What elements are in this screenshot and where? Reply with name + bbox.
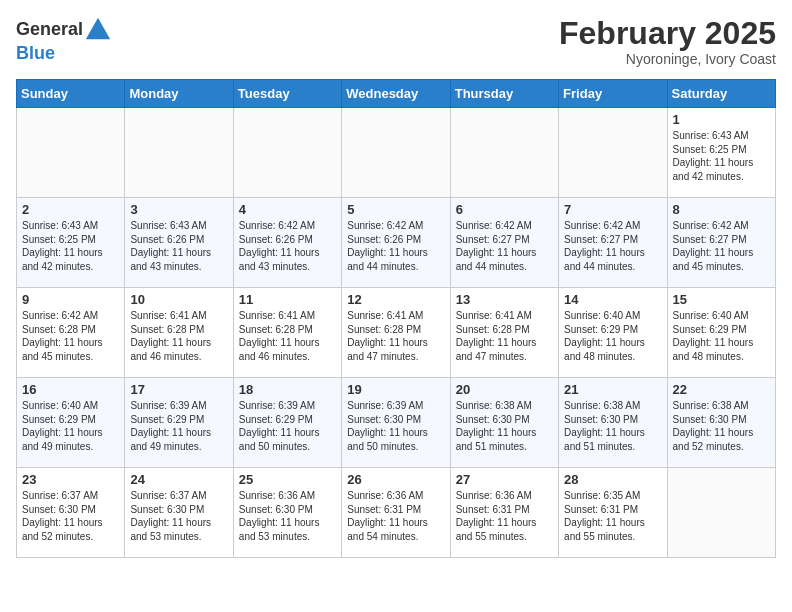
day-number: 5 <box>347 202 444 217</box>
calendar-cell: 7Sunrise: 6:42 AM Sunset: 6:27 PM Daylig… <box>559 198 667 288</box>
calendar-table: SundayMondayTuesdayWednesdayThursdayFrid… <box>16 79 776 558</box>
logo-general: General <box>16 19 83 39</box>
calendar-cell: 1Sunrise: 6:43 AM Sunset: 6:25 PM Daylig… <box>667 108 775 198</box>
calendar-cell: 12Sunrise: 6:41 AM Sunset: 6:28 PM Dayli… <box>342 288 450 378</box>
day-number: 20 <box>456 382 553 397</box>
header-day-tuesday: Tuesday <box>233 80 341 108</box>
logo-icon <box>84 16 112 44</box>
calendar-cell: 13Sunrise: 6:41 AM Sunset: 6:28 PM Dayli… <box>450 288 558 378</box>
calendar-cell: 20Sunrise: 6:38 AM Sunset: 6:30 PM Dayli… <box>450 378 558 468</box>
logo-blue: Blue <box>16 43 55 63</box>
day-info: Sunrise: 6:43 AM Sunset: 6:25 PM Dayligh… <box>22 219 119 273</box>
calendar-cell: 16Sunrise: 6:40 AM Sunset: 6:29 PM Dayli… <box>17 378 125 468</box>
day-info: Sunrise: 6:42 AM Sunset: 6:27 PM Dayligh… <box>564 219 661 273</box>
day-number: 6 <box>456 202 553 217</box>
calendar-cell: 14Sunrise: 6:40 AM Sunset: 6:29 PM Dayli… <box>559 288 667 378</box>
calendar-cell <box>342 108 450 198</box>
day-info: Sunrise: 6:41 AM Sunset: 6:28 PM Dayligh… <box>130 309 227 363</box>
day-number: 7 <box>564 202 661 217</box>
day-info: Sunrise: 6:42 AM Sunset: 6:26 PM Dayligh… <box>347 219 444 273</box>
day-number: 8 <box>673 202 770 217</box>
day-info: Sunrise: 6:39 AM Sunset: 6:29 PM Dayligh… <box>239 399 336 453</box>
day-info: Sunrise: 6:41 AM Sunset: 6:28 PM Dayligh… <box>347 309 444 363</box>
day-number: 25 <box>239 472 336 487</box>
day-number: 9 <box>22 292 119 307</box>
day-info: Sunrise: 6:40 AM Sunset: 6:29 PM Dayligh… <box>22 399 119 453</box>
calendar-week-1: 1Sunrise: 6:43 AM Sunset: 6:25 PM Daylig… <box>17 108 776 198</box>
header-day-sunday: Sunday <box>17 80 125 108</box>
day-number: 11 <box>239 292 336 307</box>
day-info: Sunrise: 6:42 AM Sunset: 6:26 PM Dayligh… <box>239 219 336 273</box>
calendar-cell: 5Sunrise: 6:42 AM Sunset: 6:26 PM Daylig… <box>342 198 450 288</box>
day-number: 21 <box>564 382 661 397</box>
calendar-cell: 11Sunrise: 6:41 AM Sunset: 6:28 PM Dayli… <box>233 288 341 378</box>
calendar-cell <box>125 108 233 198</box>
calendar-cell: 18Sunrise: 6:39 AM Sunset: 6:29 PM Dayli… <box>233 378 341 468</box>
calendar-cell: 8Sunrise: 6:42 AM Sunset: 6:27 PM Daylig… <box>667 198 775 288</box>
day-number: 26 <box>347 472 444 487</box>
calendar-cell: 17Sunrise: 6:39 AM Sunset: 6:29 PM Dayli… <box>125 378 233 468</box>
day-number: 13 <box>456 292 553 307</box>
day-info: Sunrise: 6:39 AM Sunset: 6:30 PM Dayligh… <box>347 399 444 453</box>
day-info: Sunrise: 6:36 AM Sunset: 6:30 PM Dayligh… <box>239 489 336 543</box>
day-info: Sunrise: 6:42 AM Sunset: 6:28 PM Dayligh… <box>22 309 119 363</box>
day-number: 1 <box>673 112 770 127</box>
day-number: 16 <box>22 382 119 397</box>
day-info: Sunrise: 6:42 AM Sunset: 6:27 PM Dayligh… <box>673 219 770 273</box>
day-number: 27 <box>456 472 553 487</box>
calendar-cell: 26Sunrise: 6:36 AM Sunset: 6:31 PM Dayli… <box>342 468 450 558</box>
day-info: Sunrise: 6:43 AM Sunset: 6:26 PM Dayligh… <box>130 219 227 273</box>
day-number: 3 <box>130 202 227 217</box>
header-day-friday: Friday <box>559 80 667 108</box>
calendar-cell: 19Sunrise: 6:39 AM Sunset: 6:30 PM Dayli… <box>342 378 450 468</box>
day-info: Sunrise: 6:37 AM Sunset: 6:30 PM Dayligh… <box>130 489 227 543</box>
calendar-cell <box>667 468 775 558</box>
day-number: 24 <box>130 472 227 487</box>
day-info: Sunrise: 6:40 AM Sunset: 6:29 PM Dayligh… <box>673 309 770 363</box>
calendar-week-4: 16Sunrise: 6:40 AM Sunset: 6:29 PM Dayli… <box>17 378 776 468</box>
day-number: 15 <box>673 292 770 307</box>
calendar-cell <box>17 108 125 198</box>
calendar-cell: 21Sunrise: 6:38 AM Sunset: 6:30 PM Dayli… <box>559 378 667 468</box>
day-info: Sunrise: 6:42 AM Sunset: 6:27 PM Dayligh… <box>456 219 553 273</box>
header-day-monday: Monday <box>125 80 233 108</box>
calendar-cell: 4Sunrise: 6:42 AM Sunset: 6:26 PM Daylig… <box>233 198 341 288</box>
page-header: General Blue February 2025 Nyoroninge, I… <box>16 16 776 67</box>
calendar-cell: 2Sunrise: 6:43 AM Sunset: 6:25 PM Daylig… <box>17 198 125 288</box>
calendar-cell: 6Sunrise: 6:42 AM Sunset: 6:27 PM Daylig… <box>450 198 558 288</box>
day-number: 23 <box>22 472 119 487</box>
day-number: 19 <box>347 382 444 397</box>
day-info: Sunrise: 6:38 AM Sunset: 6:30 PM Dayligh… <box>673 399 770 453</box>
header-day-saturday: Saturday <box>667 80 775 108</box>
calendar-week-2: 2Sunrise: 6:43 AM Sunset: 6:25 PM Daylig… <box>17 198 776 288</box>
day-info: Sunrise: 6:40 AM Sunset: 6:29 PM Dayligh… <box>564 309 661 363</box>
calendar-cell: 9Sunrise: 6:42 AM Sunset: 6:28 PM Daylig… <box>17 288 125 378</box>
calendar-cell: 10Sunrise: 6:41 AM Sunset: 6:28 PM Dayli… <box>125 288 233 378</box>
calendar-cell: 27Sunrise: 6:36 AM Sunset: 6:31 PM Dayli… <box>450 468 558 558</box>
calendar-cell: 24Sunrise: 6:37 AM Sunset: 6:30 PM Dayli… <box>125 468 233 558</box>
day-info: Sunrise: 6:41 AM Sunset: 6:28 PM Dayligh… <box>239 309 336 363</box>
day-number: 28 <box>564 472 661 487</box>
header-day-wednesday: Wednesday <box>342 80 450 108</box>
day-info: Sunrise: 6:36 AM Sunset: 6:31 PM Dayligh… <box>347 489 444 543</box>
title-block: February 2025 Nyoroninge, Ivory Coast <box>559 16 776 67</box>
day-info: Sunrise: 6:39 AM Sunset: 6:29 PM Dayligh… <box>130 399 227 453</box>
calendar-cell <box>233 108 341 198</box>
calendar-week-5: 23Sunrise: 6:37 AM Sunset: 6:30 PM Dayli… <box>17 468 776 558</box>
day-info: Sunrise: 6:38 AM Sunset: 6:30 PM Dayligh… <box>456 399 553 453</box>
day-number: 12 <box>347 292 444 307</box>
day-info: Sunrise: 6:35 AM Sunset: 6:31 PM Dayligh… <box>564 489 661 543</box>
calendar-cell: 25Sunrise: 6:36 AM Sunset: 6:30 PM Dayli… <box>233 468 341 558</box>
day-info: Sunrise: 6:37 AM Sunset: 6:30 PM Dayligh… <box>22 489 119 543</box>
calendar-cell: 28Sunrise: 6:35 AM Sunset: 6:31 PM Dayli… <box>559 468 667 558</box>
day-number: 18 <box>239 382 336 397</box>
calendar-cell: 23Sunrise: 6:37 AM Sunset: 6:30 PM Dayli… <box>17 468 125 558</box>
calendar-cell: 22Sunrise: 6:38 AM Sunset: 6:30 PM Dayli… <box>667 378 775 468</box>
day-number: 10 <box>130 292 227 307</box>
day-number: 17 <box>130 382 227 397</box>
day-info: Sunrise: 6:36 AM Sunset: 6:31 PM Dayligh… <box>456 489 553 543</box>
day-number: 4 <box>239 202 336 217</box>
calendar-header-row: SundayMondayTuesdayWednesdayThursdayFrid… <box>17 80 776 108</box>
month-title: February 2025 <box>559 16 776 51</box>
day-number: 2 <box>22 202 119 217</box>
